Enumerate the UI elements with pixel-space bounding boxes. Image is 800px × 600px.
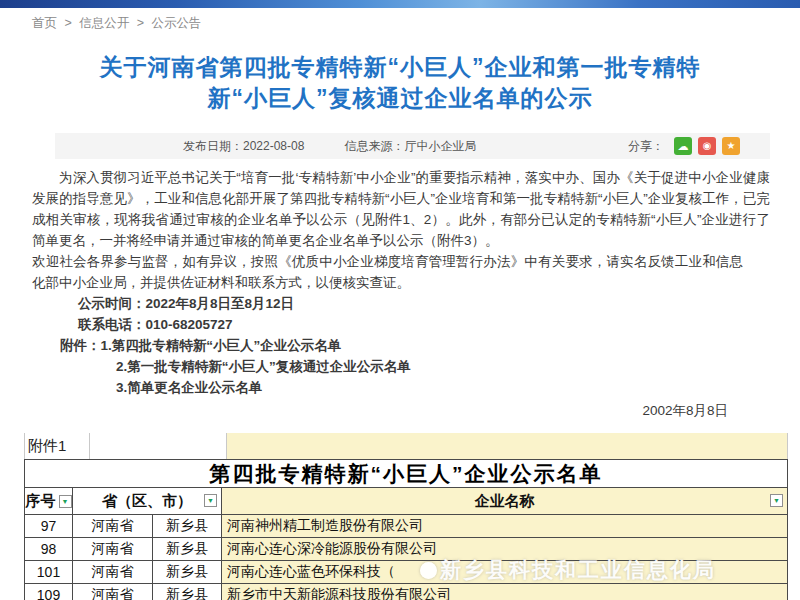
cell-no: 97 — [24, 515, 73, 538]
watermark: 新乡县科技和工业信息化局 — [420, 556, 780, 584]
share-group: 分享： — [628, 137, 740, 155]
info-source: 信息来源：厅中小企业局 — [344, 138, 476, 155]
publish-date: 发布日期：2022-08-08 — [183, 138, 304, 155]
paragraph-1: 为深入贯彻习近平总书记关于“培育一批‘专精特新’中小企业”的重要指示精神，落实中… — [32, 167, 770, 251]
header-no: 序号 — [24, 488, 73, 515]
title-line-2: 新“小巨人”复核通过企业名单的公示 — [40, 83, 760, 114]
meta-bar: 发布日期：2022-08-08 信息来源：厅中小企业局 分享： — [55, 133, 770, 159]
table-title-row: 第四批专精特新“小巨人”企业公示名单 — [24, 459, 788, 488]
page: 首页 > 信息公开 > 公示公告 关于河南省第四批专精特新“小巨人”企业和第一批… — [0, 0, 800, 600]
header-region: 省（区、市） — [73, 488, 222, 515]
cell-no: 101 — [24, 561, 73, 584]
attachment-line-1: 附件：1.第四批专精特新“小巨人”企业公示名单 — [60, 335, 770, 356]
breadcrumb-current: 公示公告 — [152, 16, 202, 30]
article-body: 为深入贯彻习近平总书记关于“培育一批‘专精特新’中小企业”的重要指示精神，落实中… — [32, 167, 770, 421]
empty-cell — [90, 433, 227, 459]
table-title: 第四批专精特新“小巨人”企业公示名单 — [24, 459, 788, 488]
cell-no: 109 — [24, 584, 73, 600]
attachment-line-3: 3.简单更名企业公示名单 — [116, 377, 770, 398]
table-header-row: 序号 省（区、市） 企业名称 — [24, 488, 788, 515]
cell-company: 新乡市中天新能源科技股份有限公司 — [222, 584, 788, 600]
filter-dropdown-icon[interactable] — [770, 494, 783, 507]
header-company: 企业名称 — [222, 488, 788, 515]
weibo-share-icon[interactable] — [698, 137, 716, 155]
attachment1-cell: 附件1 — [24, 433, 90, 459]
qzone-star-share-icon[interactable] — [722, 137, 740, 155]
sign-date: 2002年8月8日 — [32, 400, 770, 421]
header-no-label: 序号 — [26, 492, 56, 511]
cell-province: 河南省 — [73, 561, 153, 584]
watermark-text: 新乡县科技和工业信息化局 — [440, 556, 716, 584]
cell-no: 98 — [24, 538, 73, 561]
filter-dropdown-icon[interactable] — [59, 495, 72, 508]
cell-province: 河南省 — [73, 584, 153, 600]
cell-company: 河南神州精工制造股份有限公司 — [222, 515, 788, 538]
attachment-line-2: 2.第一批专精特新“小巨人”复核通过企业公示名单 — [116, 356, 770, 377]
wechat-share-icon[interactable] — [674, 137, 692, 155]
header-company-label: 企业名称 — [475, 492, 535, 511]
breadcrumb-separator: > — [137, 16, 144, 30]
breadcrumb: 首页 > 信息公开 > 公示公告 — [32, 15, 206, 32]
watermark-emblem-icon — [420, 562, 437, 579]
breadcrumb-info-disclosure[interactable]: 信息公开 — [79, 16, 129, 30]
share-label: 分享： — [628, 138, 664, 155]
cell-province: 河南省 — [73, 538, 153, 561]
table-row: 109河南省新乡县新乡市中天新能源科技股份有限公司 — [24, 584, 788, 600]
title-line-1: 关于河南省第四批专精特新“小巨人”企业和第一批专精特 — [40, 52, 760, 83]
sheet-top-row: 附件1 — [24, 433, 788, 459]
breadcrumb-home[interactable]: 首页 — [32, 16, 57, 30]
empty-cell — [227, 433, 788, 459]
breadcrumb-separator: > — [64, 16, 71, 30]
header-region-label: 省（区、市） — [102, 492, 192, 511]
top-nav-bar — [0, 0, 800, 8]
table-row: 97河南省新乡县河南神州精工制造股份有限公司 — [24, 515, 788, 538]
cell-county: 新乡县 — [153, 584, 222, 600]
cell-county: 新乡县 — [153, 561, 222, 584]
cell-county: 新乡县 — [153, 538, 222, 561]
cell-county: 新乡县 — [153, 515, 222, 538]
filter-dropdown-icon[interactable] — [204, 494, 217, 507]
contact-phone-line: 联系电话：010-68205727 — [78, 314, 770, 335]
cell-province: 河南省 — [73, 515, 153, 538]
paragraph-2: 欢迎社会各界参与监督，如有异议，按照《优质中小企业梯度培育管理暂行办法》中有关要… — [32, 251, 743, 293]
page-title: 关于河南省第四批专精特新“小巨人”企业和第一批专精特 新“小巨人”复核通过企业名… — [40, 52, 760, 114]
publish-time-line: 公示时间：2022年8月8日至8月12日 — [78, 293, 770, 314]
